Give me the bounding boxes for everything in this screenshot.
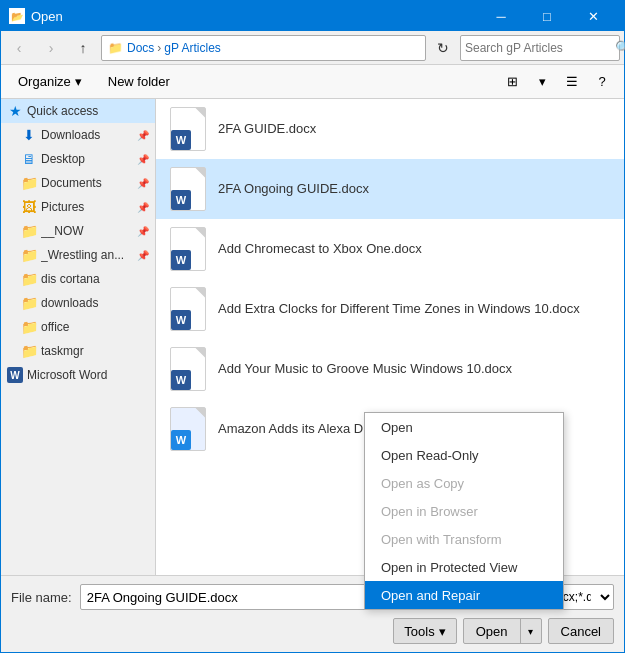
file-item[interactable]: W Add Extra Clocks for Different Time Zo… [156, 279, 624, 339]
downloads2-icon: 📁 [21, 295, 37, 311]
sidebar-item-downloads[interactable]: ⬇ Downloads 📌 [1, 123, 155, 147]
help-button[interactable]: ? [588, 69, 616, 95]
view-detail-button[interactable]: ☰ [558, 69, 586, 95]
sidebar-label-pictures: Pictures [41, 200, 133, 214]
menu-item-open-readonly[interactable]: Open Read-Only [365, 441, 563, 469]
menu-label-open: Open [381, 420, 413, 435]
file-icon-2: W [168, 165, 208, 213]
sidebar-label-downloads2: downloads [41, 296, 149, 310]
menu-item-open-protected[interactable]: Open in Protected View [365, 553, 563, 581]
office-icon: 📁 [21, 319, 37, 335]
back-button[interactable]: ‹ [5, 34, 33, 62]
sidebar-label-quick-access: Quick access [27, 104, 149, 118]
new-folder-button[interactable]: New folder [99, 69, 179, 95]
cancel-button[interactable]: Cancel [548, 618, 614, 644]
word-badge-6: W [171, 430, 191, 450]
sidebar-item-office[interactable]: 📁 office [1, 315, 155, 339]
tools-button[interactable]: Tools ▾ [393, 618, 456, 644]
file-name-1: 2FA GUIDE.docx [218, 121, 316, 136]
sidebar-item-quick-access[interactable]: ★ Quick access [1, 99, 155, 123]
file-icon-1: W [168, 105, 208, 153]
menu-item-open[interactable]: Open [365, 413, 563, 441]
view-controls: ⊞ ▾ ☰ ? [498, 69, 616, 95]
taskmgr-icon: 📁 [21, 343, 37, 359]
word-badge-3: W [171, 250, 191, 270]
msword-icon: W [7, 367, 23, 383]
breadcrumb-folder-icon: 📁 [108, 41, 123, 55]
organize-arrow-icon: ▾ [75, 74, 82, 89]
sidebar-item-desktop[interactable]: 🖥 Desktop 📌 [1, 147, 155, 171]
search-icon: 🔍 [615, 40, 625, 55]
pin-icon-now: 📌 [137, 226, 149, 237]
menu-label-open-repair: Open and Repair [381, 588, 480, 603]
nav-toolbar: ‹ › ↑ 📁 Docs › gP Articles ↻ 🔍 [1, 31, 624, 65]
file-name-input[interactable] [80, 584, 406, 610]
file-name-5: Add Your Music to Groove Music Windows 1… [218, 361, 512, 376]
maximize-button[interactable]: □ [524, 1, 570, 31]
now-icon: 📁 [21, 223, 37, 239]
menu-item-open-browser: Open in Browser [365, 497, 563, 525]
tools-arrow-icon: ▾ [439, 624, 446, 639]
sidebar-item-wrestling[interactable]: 📁 _Wrestling an... 📌 [1, 243, 155, 267]
file-name-label: File name: [11, 590, 72, 605]
view-toggle-button[interactable]: ⊞ [498, 69, 526, 95]
file-icon-5: W [168, 345, 208, 393]
sidebar-item-msword[interactable]: W Microsoft Word [1, 363, 155, 387]
file-item[interactable]: W 2FA GUIDE.docx [156, 99, 624, 159]
word-badge-1: W [171, 130, 191, 150]
action-toolbar: Organize ▾ New folder ⊞ ▾ ☰ ? [1, 65, 624, 99]
open-button-arrow[interactable]: ▾ [521, 619, 541, 643]
file-item[interactable]: W 2FA Ongoing GUIDE.docx [156, 159, 624, 219]
view-dropdown-button[interactable]: ▾ [528, 69, 556, 95]
sidebar-label-taskmgr: taskmgr [41, 344, 149, 358]
file-item[interactable]: W Add Chromecast to Xbox One.docx [156, 219, 624, 279]
refresh-button[interactable]: ↻ [430, 35, 456, 61]
title-bar: 📂 Open ─ □ ✕ [1, 1, 624, 31]
sidebar-label-msword: Microsoft Word [27, 368, 149, 382]
organize-label: Organize [18, 74, 71, 89]
up-button[interactable]: ↑ [69, 34, 97, 62]
action-row: Tools ▾ Open ▾ Cancel [11, 618, 614, 644]
search-input[interactable] [465, 41, 615, 55]
refresh-icon: ↻ [437, 40, 449, 56]
sidebar-label-wrestling: _Wrestling an... [41, 248, 133, 262]
documents-icon: 📁 [21, 175, 37, 191]
organize-button[interactable]: Organize ▾ [9, 69, 91, 95]
open-button-group[interactable]: Open ▾ [463, 618, 542, 644]
forward-icon: › [49, 40, 54, 56]
breadcrumb-gparticles[interactable]: gP Articles [164, 41, 220, 55]
sidebar-item-now[interactable]: 📁 __NOW 📌 [1, 219, 155, 243]
forward-button[interactable]: › [37, 34, 65, 62]
close-button[interactable]: ✕ [570, 1, 616, 31]
menu-label-open-browser: Open in Browser [381, 504, 478, 519]
sidebar-item-taskmgr[interactable]: 📁 taskmgr [1, 339, 155, 363]
minimize-button[interactable]: ─ [478, 1, 524, 31]
file-item[interactable]: W Add Your Music to Groove Music Windows… [156, 339, 624, 399]
breadcrumb-sep1: › [157, 41, 161, 55]
pin-icon-desktop: 📌 [137, 154, 149, 165]
pin-icon-wrestling: 📌 [137, 250, 149, 261]
sidebar-item-downloads2[interactable]: 📁 downloads [1, 291, 155, 315]
file-name-3: Add Chromecast to Xbox One.docx [218, 241, 422, 256]
sidebar-label-desktop: Desktop [41, 152, 133, 166]
sidebar-label-now: __NOW [41, 224, 133, 238]
discortana-icon: 📁 [21, 271, 37, 287]
downloads-icon: ⬇ [21, 127, 37, 143]
window-title: Open [31, 9, 478, 24]
sidebar-item-discortana[interactable]: 📁 dis cortana [1, 267, 155, 291]
breadcrumb-docs[interactable]: Docs [127, 41, 154, 55]
menu-item-open-repair[interactable]: Open and Repair [365, 581, 563, 609]
open-button-main[interactable]: Open [464, 619, 521, 643]
sidebar-item-documents[interactable]: 📁 Documents 📌 [1, 171, 155, 195]
pin-icon-downloads: 📌 [137, 130, 149, 141]
sidebar-label-office: office [41, 320, 149, 334]
file-icon-3: W [168, 225, 208, 273]
menu-label-open-copy: Open as Copy [381, 476, 464, 491]
sidebar-label-downloads: Downloads [41, 128, 133, 142]
sidebar-label-discortana: dis cortana [41, 272, 149, 286]
breadcrumb[interactable]: 📁 Docs › gP Articles [101, 35, 426, 61]
open-dropdown-menu: Open Open Read-Only Open as Copy Open in… [364, 412, 564, 610]
sidebar: ★ Quick access ⬇ Downloads 📌 🖥 Desktop 📌… [1, 99, 156, 575]
sidebar-item-pictures[interactable]: 🖼 Pictures 📌 [1, 195, 155, 219]
word-badge-5: W [171, 370, 191, 390]
